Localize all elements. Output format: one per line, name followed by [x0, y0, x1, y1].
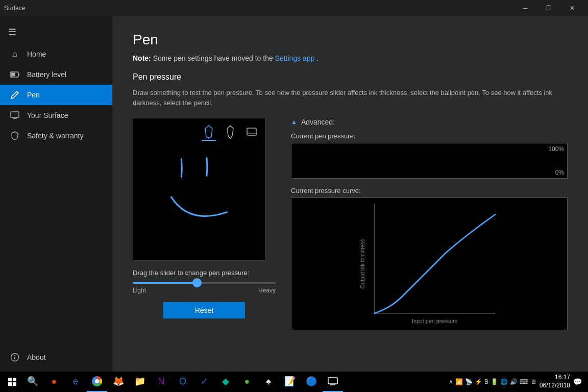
- page-title: Pen: [133, 32, 568, 48]
- clock-time: 16:17: [540, 374, 570, 382]
- slider-fill: [133, 282, 197, 284]
- solitaire-icon[interactable]: ♠: [258, 372, 279, 392]
- drawing-canvas[interactable]: [133, 118, 265, 261]
- surface-taskbar-icon[interactable]: [323, 372, 343, 392]
- svg-rect-1: [18, 74, 19, 76]
- two-column-layout: Drag the slider to change pen pressure: …: [133, 118, 568, 330]
- app-body: ☰ ⌂ Home Battery level Pen: [0, 16, 588, 372]
- slider-track[interactable]: [133, 282, 276, 284]
- section-title: Pen pressure: [133, 72, 568, 82]
- edge-icon[interactable]: e: [65, 372, 86, 392]
- taskbar-clock[interactable]: 16:17 06/12/2018: [540, 374, 570, 389]
- svg-point-9: [14, 355, 15, 356]
- taskbar-right: ∧ 📶 📡 ⚡ B 🔋 🌐 🔊 ⌨ 🖥 16:17 06/12/2018 💬: [449, 374, 586, 389]
- advanced-header[interactable]: ▲ Advanced:: [291, 118, 568, 126]
- note-body: Some pen settings have moved to the: [153, 54, 275, 62]
- pressure-max: 100%: [548, 145, 564, 153]
- sidebar-item-pen-label: Pen: [27, 91, 40, 99]
- maps-icon[interactable]: ◆: [215, 372, 236, 392]
- info-icon: [10, 352, 20, 362]
- chevron-up-tray[interactable]: ∧: [449, 378, 453, 385]
- slider-thumb[interactable]: [192, 278, 202, 287]
- curve-label: Current pressure curve:: [291, 187, 568, 194]
- note-suffix: .: [316, 54, 318, 62]
- bluetooth-icon[interactable]: B: [484, 378, 488, 385]
- stickynotes-icon[interactable]: 📝: [280, 372, 300, 392]
- left-column: Drag the slider to change pen pressure: …: [133, 118, 276, 318]
- titlebar-left: Surface: [4, 5, 25, 12]
- sidebar-bottom: About: [0, 347, 112, 372]
- pressure-label: Current pen pressure:: [291, 132, 568, 140]
- chrome-icon[interactable]: [87, 372, 107, 392]
- pressure-min: 0%: [555, 169, 564, 176]
- battery-taskbar-icon[interactable]: 🔋: [491, 378, 498, 385]
- note-prefix: Note:: [133, 54, 151, 62]
- sidebar-item-home-label: Home: [27, 50, 46, 58]
- firefox-icon[interactable]: 🦊: [108, 372, 129, 392]
- ubuntu-icon[interactable]: ●: [44, 372, 64, 392]
- content-area: Pen Note: Some pen settings have moved t…: [112, 16, 588, 372]
- sidebar-item-about[interactable]: About: [0, 347, 112, 368]
- chrome2-icon[interactable]: 🔵: [301, 372, 322, 392]
- svg-rect-19: [8, 378, 12, 381]
- close-button[interactable]: ✕: [560, 0, 584, 16]
- titlebar: Surface ─ ❐ ✕: [0, 0, 588, 16]
- todo-icon[interactable]: ✓: [194, 372, 214, 392]
- system-tray-icons: ∧ 📶 📡 ⚡ B 🔋 🌐 🔊 ⌨ 🖥: [449, 378, 536, 385]
- slider-container: [133, 282, 276, 284]
- sidebar-item-your-surface[interactable]: Your Surface: [0, 105, 112, 126]
- svg-text:Output ink thickness: Output ink thickness: [359, 239, 365, 289]
- svg-rect-2: [11, 73, 15, 77]
- slider-min-label: Light: [133, 287, 146, 294]
- sidebar-item-battery-label: Battery level: [27, 70, 66, 79]
- search-taskbar-icon[interactable]: 🔍: [22, 372, 43, 392]
- home-icon: ⌂: [10, 49, 20, 59]
- minimize-button[interactable]: ─: [513, 0, 537, 16]
- chevron-up-icon: ▲: [291, 118, 297, 126]
- action-icon[interactable]: ⚡: [475, 378, 482, 385]
- titlebar-controls: ─ ❐ ✕: [513, 0, 584, 16]
- svg-text:Input pen pressure: Input pen pressure: [412, 318, 458, 324]
- sidebar-item-safety[interactable]: Safety & warranty: [0, 126, 112, 146]
- taskbar: 🔍 ● e 🦊 📁 N O ✓ ◆ ● ♠ 📝: [0, 372, 588, 392]
- svg-rect-21: [8, 382, 12, 386]
- xbox-icon[interactable]: ●: [237, 372, 257, 392]
- volume-icon[interactable]: 🔊: [510, 378, 518, 385]
- explorer-icon[interactable]: 📁: [130, 372, 150, 392]
- network-icon[interactable]: 📶: [455, 378, 463, 385]
- wifi-icon[interactable]: 📡: [465, 378, 473, 385]
- restore-button[interactable]: ❐: [537, 0, 560, 16]
- taskbar-icons: 🔍 ● e 🦊 📁 N O ✓ ◆ ● ♠ 📝: [22, 372, 449, 392]
- sidebar-item-home[interactable]: ⌂ Home: [0, 44, 112, 64]
- smiley-drawing: [133, 118, 265, 260]
- display-icon[interactable]: 🖥: [530, 378, 536, 385]
- pen-icon: [10, 90, 20, 100]
- svg-rect-4: [11, 112, 19, 117]
- note-text: Note: Some pen settings have moved to th…: [133, 54, 568, 62]
- onenote-icon[interactable]: N: [151, 372, 172, 392]
- svg-rect-20: [13, 378, 16, 381]
- clock-date: 06/12/2018: [540, 382, 570, 390]
- svg-rect-25: [328, 378, 337, 384]
- notification-icon[interactable]: 💬: [573, 378, 582, 386]
- sidebar: ☰ ⌂ Home Battery level Pen: [0, 16, 112, 372]
- outlook-icon[interactable]: O: [173, 372, 193, 392]
- reset-button[interactable]: Reset: [163, 302, 245, 318]
- description-text: Draw something to test the pen pressure.…: [133, 88, 568, 108]
- wifi2-icon[interactable]: 🌐: [500, 378, 508, 385]
- battery-icon: [10, 69, 20, 80]
- keyboard-icon[interactable]: ⌨: [520, 378, 528, 385]
- svg-point-24: [95, 379, 99, 383]
- sidebar-item-about-label: About: [27, 353, 46, 361]
- hamburger-icon[interactable]: ☰: [0, 20, 112, 44]
- right-column: ▲ Advanced: Current pen pressure: 100% 0…: [291, 118, 568, 330]
- slider-label: Drag the slider to change pen pressure:: [133, 269, 276, 277]
- curve-box: Output ink thickness Input pen pressure: [291, 198, 568, 330]
- start-button[interactable]: [2, 372, 22, 392]
- settings-app-link[interactable]: Settings app: [275, 54, 315, 62]
- sidebar-item-pen[interactable]: Pen: [0, 85, 112, 105]
- sidebar-item-battery[interactable]: Battery level: [0, 64, 112, 85]
- sidebar-item-surface-label: Your Surface: [27, 111, 68, 119]
- advanced-label: Advanced:: [301, 118, 335, 126]
- surface-icon: [10, 110, 20, 120]
